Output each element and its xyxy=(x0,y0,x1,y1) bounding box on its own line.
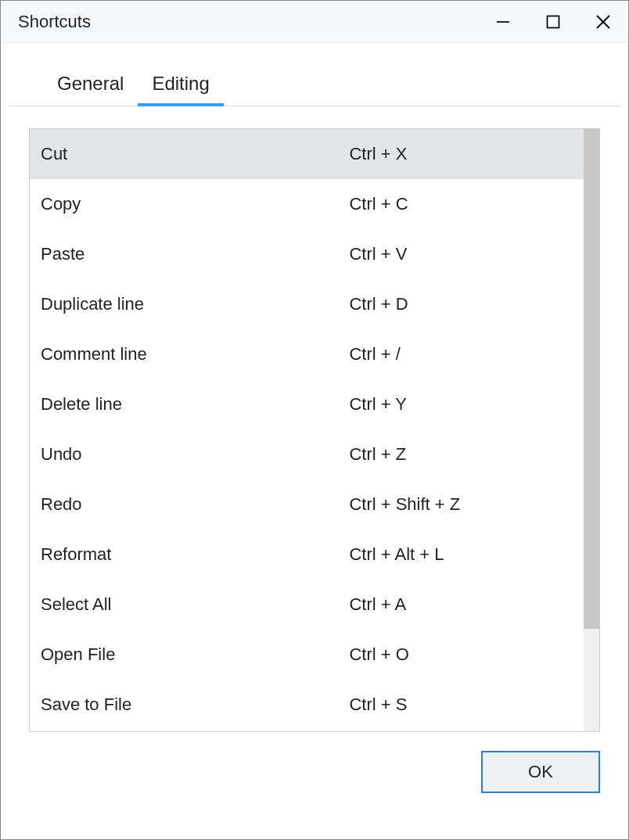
list-item[interactable]: Select All Ctrl + A xyxy=(30,580,584,630)
list-item[interactable]: Open File Ctrl + O xyxy=(30,630,584,680)
list-item[interactable]: Copy Ctrl + C xyxy=(30,179,584,229)
list-item[interactable]: Delete line Ctrl + Y xyxy=(30,379,584,429)
list-item[interactable]: Comment line Ctrl + / xyxy=(30,329,584,379)
list-item[interactable]: Cut Ctrl + X xyxy=(30,129,584,179)
shortcut-action: Open File xyxy=(41,644,349,665)
shortcut-action: Paste xyxy=(41,244,349,264)
maximize-icon xyxy=(546,15,560,29)
list-item[interactable]: Undo Ctrl + Z xyxy=(30,429,584,479)
list-item[interactable]: Redo Ctrl + Shift + Z xyxy=(30,479,584,529)
list-item[interactable]: Paste Ctrl + V xyxy=(30,229,584,279)
ok-button[interactable]: OK xyxy=(481,751,600,793)
shortcut-action: Delete line xyxy=(41,394,349,415)
footer: OK xyxy=(1,732,628,815)
scrollbar-thumb[interactable] xyxy=(584,129,599,629)
scrollbar[interactable] xyxy=(584,129,599,731)
shortcut-keys: Ctrl + Z xyxy=(349,444,573,465)
shortcut-keys: Ctrl + C xyxy=(349,194,573,214)
shortcut-action: Cut xyxy=(41,144,349,164)
close-icon xyxy=(595,14,611,30)
maximize-button[interactable] xyxy=(528,1,578,42)
shortcut-keys: Ctrl + O xyxy=(349,644,573,665)
shortcut-action: Select All xyxy=(41,594,349,615)
shortcuts-window: Shortcuts General Editing Cut Ctrl + X xyxy=(0,0,629,840)
shortcut-action: Undo xyxy=(41,444,349,465)
list-item[interactable]: Reformat Ctrl + Alt + L xyxy=(30,529,584,580)
shortcut-action: Redo xyxy=(41,494,349,515)
shortcut-keys: Ctrl + Shift + Z xyxy=(349,494,573,515)
shortcut-keys: Ctrl + S xyxy=(349,695,573,715)
tab-editing[interactable]: Editing xyxy=(138,68,223,106)
shortcut-action: Reformat xyxy=(41,544,349,565)
shortcut-action: Comment line xyxy=(41,344,349,364)
titlebar: Shortcuts xyxy=(1,1,628,43)
close-button[interactable] xyxy=(578,1,628,42)
svg-rect-1 xyxy=(548,16,559,27)
window-controls xyxy=(478,1,628,42)
shortcuts-list-container: Cut Ctrl + X Copy Ctrl + C Paste Ctrl + … xyxy=(29,128,600,732)
shortcut-keys: Ctrl + X xyxy=(349,144,573,164)
shortcut-keys: Ctrl + Alt + L xyxy=(349,544,573,565)
tab-general[interactable]: General xyxy=(43,68,138,106)
shortcut-keys: Ctrl + A xyxy=(349,594,573,615)
shortcut-action: Copy xyxy=(41,194,349,214)
shortcut-keys: Ctrl + Y xyxy=(349,394,573,415)
shortcut-keys: Ctrl + V xyxy=(349,244,573,264)
shortcuts-list[interactable]: Cut Ctrl + X Copy Ctrl + C Paste Ctrl + … xyxy=(30,129,584,731)
minimize-button[interactable] xyxy=(478,1,528,42)
content-area: General Editing Cut Ctrl + X Copy Ctrl +… xyxy=(1,43,628,839)
minimize-icon xyxy=(496,15,510,29)
list-item[interactable]: Duplicate line Ctrl + D xyxy=(30,279,584,329)
window-title: Shortcuts xyxy=(18,12,91,32)
shortcut-action: Save to File xyxy=(41,695,349,715)
tab-bar: General Editing xyxy=(9,43,620,106)
shortcut-keys: Ctrl + D xyxy=(349,294,573,314)
shortcut-keys: Ctrl + / xyxy=(349,344,573,364)
shortcut-action: Duplicate line xyxy=(41,294,349,314)
list-item[interactable]: Save to File Ctrl + S xyxy=(30,680,584,730)
